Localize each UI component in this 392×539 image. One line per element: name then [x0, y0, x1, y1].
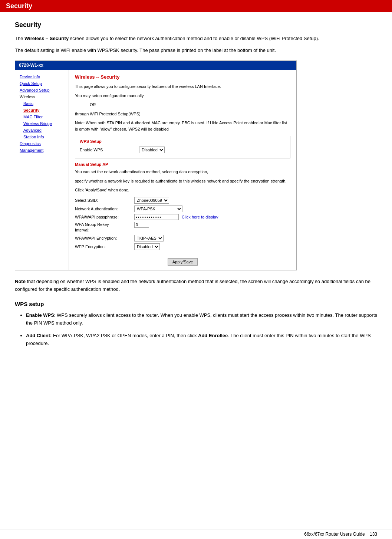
sidebar-item-wireless: Wireless — [15, 93, 69, 100]
panel-desc1: This page allows you to configure securi… — [75, 83, 290, 90]
sidebar-item-device-info[interactable]: Device Info — [15, 73, 69, 80]
wep-encryption-select[interactable]: Disabled Enabled — [134, 243, 160, 250]
note-text: that depending on whether WPS is enabled… — [15, 279, 370, 292]
header-title: Security — [6, 2, 32, 10]
wpa-rekey-input[interactable]: 0 — [134, 222, 149, 228]
sidebar-item-station-info[interactable]: Station Info — [15, 134, 69, 140]
passphrase-label: WPA/WAPI passphrase: — [75, 215, 134, 219]
sidebar-item-security[interactable]: Security — [15, 107, 69, 114]
bullet-add-client: Add Client: For WPA-PSK, WPA2 PSK or OPE… — [26, 332, 377, 348]
router-model-header: 6728-W1-xx — [15, 61, 296, 70]
footer-page: 133 — [370, 532, 377, 537]
main-content: Security The Wireless – Security screen … — [0, 12, 392, 368]
wps-setup-title: WPS Setup — [80, 139, 286, 144]
sidebar-item-basic[interactable]: Basic — [15, 100, 69, 107]
router-sidebar: Device Info Quick Setup Advanced Setup W… — [15, 70, 69, 270]
network-auth-select[interactable]: WPA-PSK WPA2-PSK Mixed WPA2/WPA-PSK Open… — [134, 206, 182, 212]
router-ui-box: 6728-W1-xx Device Info Quick Setup Advan… — [15, 60, 297, 270]
sidebar-item-advanced[interactable]: Advanced — [15, 127, 69, 134]
sidebar-item-advanced-setup[interactable]: Advanced Setup — [15, 87, 69, 93]
router-main-panel: Wireless -- Security This page allows yo… — [69, 70, 296, 270]
intro-para2: The default setting is WiFi enable with … — [15, 47, 377, 54]
page-header: Security — [0, 0, 392, 12]
manual-setup-title: Manual Setup AP — [75, 162, 290, 167]
panel-desc3: OR — [75, 102, 290, 108]
bullet-add-client-label: Add Client: — [26, 333, 52, 338]
bullet-enable-wps-label: Enable WPS — [26, 312, 54, 318]
section-title: Security — [15, 21, 377, 29]
sidebar-item-diagnostics[interactable]: Diagnostics — [15, 140, 69, 147]
sidebar-item-management[interactable]: Management — [15, 147, 69, 154]
wpa-rekey-label: WPA Group RekeyInterval: — [75, 222, 134, 233]
enable-wps-label: Enable WPS — [80, 148, 139, 152]
manual-desc3: Click 'Apply/Save' when done. — [75, 187, 290, 193]
intro-para1: The Wireless – Security screen allows yo… — [15, 35, 377, 42]
enable-wps-row: Enable WPS Disabled Enabled — [80, 147, 286, 153]
panel-title: Wireless -- Security — [75, 74, 290, 80]
panel-desc5: Note: When both STA PIN and Authorized M… — [75, 120, 290, 132]
add-enrollee-bold: Add Enrollee — [198, 333, 228, 338]
intro-bold: Wireless – Security — [24, 36, 69, 41]
sidebar-item-wireless-bridge[interactable]: Wireless Bridge — [15, 120, 69, 127]
wep-encryption-row: WEP Encryption: Disabled Enabled — [75, 243, 290, 250]
wps-bullet-list: Enable WPS: WPS securely allows client a… — [26, 312, 377, 348]
passphrase-input[interactable] — [134, 214, 179, 220]
manual-desc1: You can set the network authentication m… — [75, 169, 290, 175]
wps-setup-section: WPS Setup Enable WPS Disabled Enabled — [75, 136, 290, 158]
note-bold: Note — [15, 279, 26, 284]
manual-setup-section: Manual Setup AP You can set the network … — [75, 162, 290, 266]
sidebar-item-quick-setup[interactable]: Quick Setup — [15, 80, 69, 87]
select-ssid-label: Select SSID: — [75, 198, 134, 203]
footer-text: 66xx/67xx Router Users Guide 133 — [304, 532, 377, 537]
wpa-encryption-row: WPA/WAPI Encryption: TKIP+AES AES TKIP — [75, 235, 290, 241]
apply-save-button[interactable]: Apply/Save — [168, 258, 198, 266]
wpa-rekey-row: WPA Group RekeyInterval: 0 — [75, 222, 290, 233]
enable-wps-select[interactable]: Disabled Enabled — [139, 147, 165, 153]
select-ssid-row: Select SSID: Zhone009059 — [75, 197, 290, 204]
passphrase-row: WPA/WAPI passphrase: Click here to displ… — [75, 214, 290, 220]
network-auth-label: Network Authentication: — [75, 207, 134, 211]
footer-guide: 66xx/67xx Router Users Guide — [304, 532, 365, 537]
wpa-encryption-label: WPA/WAPI Encryption: — [75, 236, 134, 240]
select-ssid-select[interactable]: Zhone009059 — [134, 197, 169, 204]
network-auth-row: Network Authentication: WPA-PSK WPA2-PSK… — [75, 206, 290, 212]
wpa-encryption-select[interactable]: TKIP+AES AES TKIP — [134, 235, 164, 241]
panel-desc2: You may setup configuration manually — [75, 93, 290, 99]
wep-encryption-label: WEP Encryption: — [75, 244, 134, 249]
wps-setup-heading: WPS setup — [15, 301, 377, 307]
passphrase-display-link[interactable]: Click here to display — [182, 215, 218, 219]
bullet-enable-wps: Enable WPS: WPS securely allows client a… — [26, 312, 377, 327]
note-paragraph: Note that depending on whether WPS is en… — [15, 278, 377, 293]
apply-save-container: Apply/Save — [75, 254, 290, 266]
router-ui-body: Device Info Quick Setup Advanced Setup W… — [15, 70, 296, 270]
sidebar-item-mac-filter[interactable]: MAC Filter — [15, 114, 69, 120]
page-footer: 66xx/67xx Router Users Guide 133 — [0, 529, 392, 539]
panel-desc4: through WiFi Protected Setup(WPS) — [75, 111, 290, 117]
manual-desc2: specify whether a network key is require… — [75, 178, 290, 184]
